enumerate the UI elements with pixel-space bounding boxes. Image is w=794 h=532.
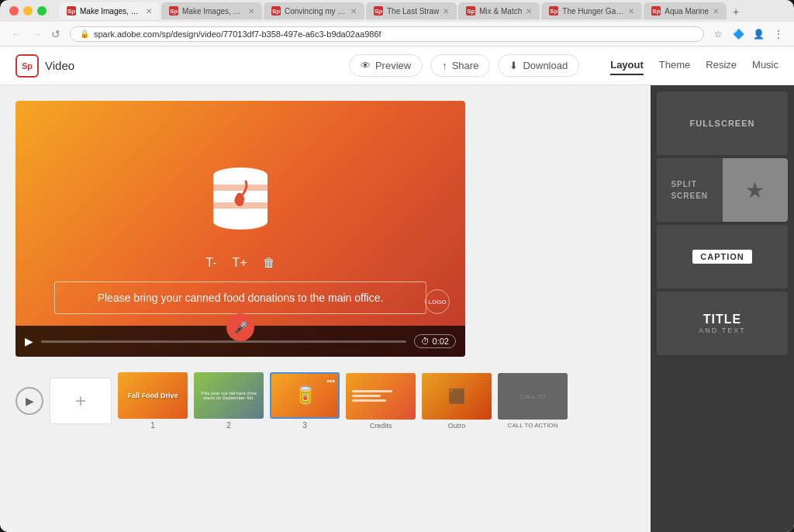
tab-7[interactable]: Sp Aqua Marine ✕	[644, 2, 727, 19]
download-icon: ⬇	[509, 60, 518, 71]
slide-2[interactable]: This year our fall food drive starts on …	[194, 372, 264, 430]
tab-close-5[interactable]: ✕	[526, 7, 532, 16]
extensions-button[interactable]: 🔷	[730, 26, 746, 42]
preview-button[interactable]: 👁 Preview	[349, 54, 423, 77]
svg-point-2	[213, 214, 268, 230]
tab-label-3: Convincing my p...	[285, 7, 347, 16]
address-bar: ← → ↺ 🔒 spark.adobe.com/sp/design/video/…	[0, 22, 794, 47]
slide-cta[interactable]: CALL TO CALL TO ACTION	[498, 373, 568, 429]
slide-1[interactable]: Fall Food Drive 1	[118, 372, 188, 430]
layout-tab[interactable]: Layout	[610, 56, 644, 75]
text-decrease-button[interactable]: T-	[205, 256, 216, 270]
tab-icon-5: Sp	[466, 6, 475, 16]
tab-close-2[interactable]: ✕	[248, 7, 254, 16]
app-logo: Sp Video	[16, 54, 74, 78]
tab-label-7: Aqua Marine	[665, 7, 709, 16]
app-name-label: Video	[45, 59, 74, 72]
close-button[interactable]	[9, 6, 19, 16]
layout-fullscreen[interactable]: FULLSCREEN	[657, 92, 788, 155]
clock-icon: ⏱	[421, 337, 430, 346]
slide-credits[interactable]: Credits	[346, 373, 416, 430]
text-increase-button[interactable]: T+	[233, 256, 247, 270]
forward-button[interactable]: →	[28, 26, 45, 42]
share-label: Share	[452, 60, 479, 71]
slide-label-credits: Credits	[370, 422, 392, 430]
spark-logo-icon: Sp	[16, 54, 39, 78]
svg-rect-3	[213, 185, 268, 191]
filmstrip: ▶ + Fall Food Drive 1 This year our fall…	[16, 368, 635, 434]
tab-close-6[interactable]: ✕	[628, 7, 634, 16]
add-slide-button[interactable]: +	[50, 378, 112, 424]
tab-1[interactable]: Sp Make Images, Vi... ✕	[59, 2, 160, 19]
bookmark-button[interactable]: ☆	[710, 26, 726, 42]
tab-close-4[interactable]: ✕	[443, 7, 449, 16]
tab-label-6: The Hunger Gam...	[562, 7, 624, 16]
app-toolbar: Sp Video 👁 Preview ↑ Share ⬇ Download La…	[0, 47, 794, 85]
browser-actions: ☆ 🔷 👤 ⋮	[710, 26, 786, 42]
maximize-button[interactable]	[37, 6, 47, 16]
tab-5[interactable]: Sp Mix & Match ✕	[458, 2, 540, 19]
title-sub-label: AND TEXT	[699, 326, 745, 334]
tab-3[interactable]: Sp Convincing my p... ✕	[264, 2, 364, 19]
menu-button[interactable]: ⋮	[771, 26, 786, 42]
tab-close-7[interactable]: ✕	[713, 7, 719, 16]
tab-close-3[interactable]: ✕	[350, 7, 357, 16]
layout-caption[interactable]: CAPTION	[657, 225, 788, 288]
slide-icon-area: T- T+ 🗑 Please bring your canned food do…	[54, 160, 426, 314]
download-button[interactable]: ⬇ Download	[498, 54, 579, 77]
slide-menu-dots[interactable]: •••	[326, 377, 335, 385]
preview-icon: 👁	[361, 60, 371, 71]
music-tab[interactable]: Music	[752, 56, 778, 75]
profile-button[interactable]: 👤	[751, 26, 766, 42]
main-content: T- T+ 🗑 Please bring your canned food do…	[0, 85, 794, 532]
tab-icon-6: Sp	[549, 6, 558, 16]
tab-icon-4: Sp	[374, 6, 383, 16]
progress-bar[interactable]	[41, 340, 406, 343]
star-icon: ★	[745, 178, 765, 203]
split-label-1: SPLIT	[671, 180, 696, 188]
new-tab-button[interactable]: +	[728, 4, 744, 19]
tab-label-4: The Last Straw	[387, 7, 439, 16]
title-text-label: TITLE	[699, 313, 745, 326]
tab-close-1[interactable]: ✕	[146, 7, 152, 16]
tab-6[interactable]: Sp The Hunger Gam... ✕	[541, 2, 642, 19]
slide-thumb-credits	[346, 373, 416, 420]
preview-label: Preview	[375, 60, 411, 71]
share-button[interactable]: ↑ Share	[430, 54, 490, 77]
video-player: T- T+ 🗑 Please bring your canned food do…	[16, 101, 465, 357]
slide-3[interactable]: 🥫 ••• 3	[270, 372, 340, 430]
layout-split-screen[interactable]: SPLIT SCREEN ★	[657, 158, 788, 222]
title-bar: Sp Make Images, Vi... ✕ Sp Make Images, …	[0, 0, 794, 22]
split-left-area: SPLIT SCREEN	[657, 158, 723, 222]
filmstrip-play-button[interactable]: ▶	[16, 387, 43, 415]
slide-number-1: 1	[150, 421, 155, 430]
url-bar[interactable]: 🔒 spark.adobe.com/sp/design/video/77013d…	[70, 26, 704, 42]
mic-button[interactable]: 🎤	[226, 313, 254, 341]
minimize-button[interactable]	[23, 6, 33, 16]
tab-icon-7: Sp	[651, 6, 661, 16]
layout-fullscreen-label: FULLSCREEN	[690, 119, 755, 128]
logo-label: LOGO	[428, 299, 447, 306]
slide-outro[interactable]: ⬛ Outro	[422, 373, 492, 430]
resize-tab[interactable]: Resize	[706, 56, 737, 75]
layout-title-text[interactable]: TITLE AND TEXT	[657, 292, 788, 355]
mic-icon: 🎤	[234, 321, 247, 333]
caption-text-box[interactable]: Please bring your canned food donations …	[54, 282, 426, 314]
play-button[interactable]: ▶	[25, 335, 33, 347]
slide-number-3: 3	[302, 421, 307, 430]
logo-watermark: LOGO	[425, 289, 450, 314]
slide-number-2: 2	[226, 421, 231, 430]
delete-button[interactable]: 🗑	[263, 256, 275, 270]
back-button[interactable]: ←	[8, 26, 25, 42]
tab-2[interactable]: Sp Make Images, Vi... ✕	[161, 2, 262, 19]
slide-thumb-3: 🥫 •••	[270, 372, 340, 419]
split-screen-layout: SPLIT SCREEN ★	[657, 158, 788, 222]
traffic-lights	[9, 6, 47, 16]
nav-buttons: ← → ↺	[8, 26, 64, 42]
slide-thumb-1: Fall Food Drive	[118, 372, 188, 419]
tab-label-5: Mix & Match	[479, 7, 522, 16]
time-value: 0:02	[433, 337, 449, 346]
tab-4[interactable]: Sp The Last Straw ✕	[366, 2, 457, 19]
theme-tab[interactable]: Theme	[659, 56, 690, 75]
reload-button[interactable]: ↺	[48, 26, 64, 42]
